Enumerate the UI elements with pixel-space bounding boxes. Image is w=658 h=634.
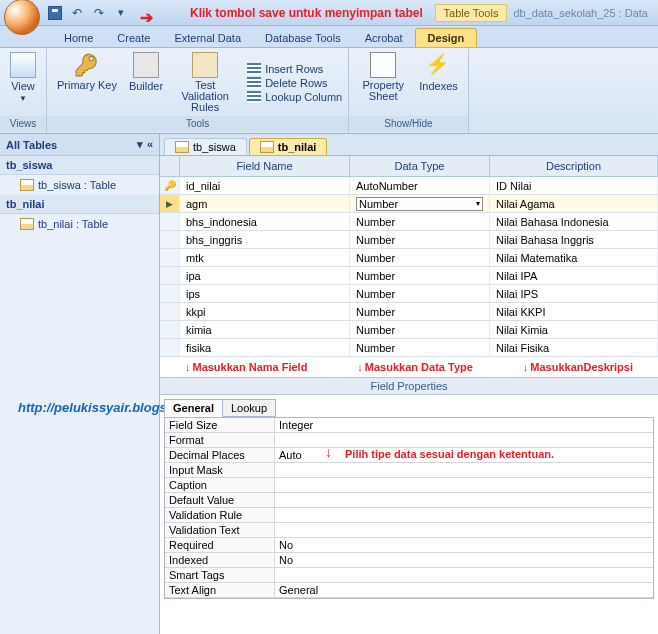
property-row[interactable]: Text AlignGeneral — [165, 583, 653, 598]
row-selector[interactable]: 🔑 — [160, 177, 180, 194]
nav-pane-header[interactable]: All Tables ▾« — [0, 134, 159, 156]
tab-create[interactable]: Create — [105, 29, 162, 47]
doctab-tb-siswa[interactable]: tb_siswa — [164, 138, 247, 155]
description-cell[interactable]: Nilai KKPI — [490, 303, 658, 320]
data-type-cell[interactable]: Number — [350, 303, 490, 320]
field-name-cell[interactable]: bhs_inggris — [180, 231, 350, 248]
insert-rows-button[interactable]: Insert Rows — [247, 63, 342, 75]
property-row[interactable]: Validation Text — [165, 523, 653, 538]
data-type-cell[interactable]: Number — [350, 267, 490, 284]
nav-item-tb-siswa[interactable]: tb_siswa : Table — [0, 175, 159, 195]
description-cell[interactable]: ID Nilai — [490, 177, 658, 194]
data-type-cell[interactable]: Number — [350, 285, 490, 302]
row-selector[interactable] — [160, 321, 180, 338]
field-name-cell[interactable]: ips — [180, 285, 350, 302]
tab-home[interactable]: Home — [52, 29, 105, 47]
property-value[interactable] — [275, 463, 653, 477]
row-selector[interactable] — [160, 213, 180, 230]
chevron-down-icon[interactable]: ▾ — [137, 138, 143, 151]
data-type-cell[interactable]: Number — [350, 321, 490, 338]
property-value[interactable]: Integer — [275, 418, 653, 432]
property-row[interactable]: Decimal PlacesAuto↓Pilih tipe data sesua… — [165, 448, 653, 463]
table-row[interactable]: ▶agmNumber▾Nilai Agama — [160, 195, 658, 213]
field-name-cell[interactable]: ipa — [180, 267, 350, 284]
row-selector[interactable] — [160, 267, 180, 284]
property-value[interactable] — [275, 568, 653, 582]
description-cell[interactable]: Nilai Agama — [490, 195, 658, 212]
office-button[interactable] — [4, 0, 40, 35]
data-type-dropdown[interactable]: Number▾ — [356, 197, 483, 211]
data-type-cell[interactable]: AutoNumber — [350, 177, 490, 194]
property-row[interactable]: IndexedNo — [165, 553, 653, 568]
description-cell[interactable]: Nilai IPA — [490, 267, 658, 284]
description-cell[interactable]: Nilai IPS — [490, 285, 658, 302]
data-type-cell[interactable]: Number — [350, 231, 490, 248]
table-row[interactable]: 🔑id_nilaiAutoNumberID Nilai — [160, 177, 658, 195]
table-row[interactable]: mtkNumberNilai Matematika — [160, 249, 658, 267]
col-description[interactable]: Description — [490, 156, 658, 176]
tab-external-data[interactable]: External Data — [162, 29, 253, 47]
tab-acrobat[interactable]: Acrobat — [353, 29, 415, 47]
row-selector[interactable] — [160, 339, 180, 356]
lookup-column-button[interactable]: Lookup Column — [247, 91, 342, 103]
qat-more[interactable]: ▾ — [112, 4, 130, 22]
property-row[interactable]: Smart Tags — [165, 568, 653, 583]
data-type-cell[interactable]: Number▾ — [350, 195, 490, 212]
col-field-name[interactable]: Field Name — [180, 156, 350, 176]
doctab-tb-nilai[interactable]: tb_nilai — [249, 138, 328, 155]
tab-database-tools[interactable]: Database Tools — [253, 29, 353, 47]
undo-button[interactable]: ↶ — [68, 4, 86, 22]
table-row[interactable]: bhs_indonesiaNumberNilai Bahasa Indonesi… — [160, 213, 658, 231]
nav-group-tb-nilai[interactable]: tb_nilai — [0, 195, 159, 214]
view-button[interactable]: View ▼ — [6, 50, 40, 105]
field-name-cell[interactable]: bhs_indonesia — [180, 213, 350, 230]
property-value[interactable] — [275, 478, 653, 492]
property-value[interactable] — [275, 493, 653, 507]
redo-button[interactable]: ↷ — [90, 4, 108, 22]
row-selector[interactable] — [160, 285, 180, 302]
col-data-type[interactable]: Data Type — [350, 156, 490, 176]
tab-lookup[interactable]: Lookup — [222, 399, 276, 417]
property-row[interactable]: Field SizeInteger — [165, 418, 653, 433]
property-value[interactable]: Auto↓Pilih tipe data sesuai dengan keten… — [275, 448, 653, 462]
property-row[interactable]: RequiredNo — [165, 538, 653, 553]
builder-button[interactable]: Builder — [125, 50, 167, 115]
property-row[interactable]: Caption — [165, 478, 653, 493]
field-name-cell[interactable]: agm — [180, 195, 350, 212]
field-name-cell[interactable]: kkpi — [180, 303, 350, 320]
field-name-cell[interactable]: id_nilai — [180, 177, 350, 194]
contextual-tab-table-tools[interactable]: Table Tools — [435, 4, 508, 22]
description-cell[interactable]: Nilai Bahasa Inggris — [490, 231, 658, 248]
save-button[interactable] — [46, 4, 64, 22]
data-type-cell[interactable]: Number — [350, 213, 490, 230]
test-validation-button[interactable]: Test Validation Rules — [171, 50, 239, 115]
nav-item-tb-nilai[interactable]: tb_nilai : Table — [0, 214, 159, 234]
collapse-pane-icon[interactable]: « — [147, 138, 153, 151]
field-name-cell[interactable]: mtk — [180, 249, 350, 266]
nav-group-tb-siswa[interactable]: tb_siswa — [0, 156, 159, 175]
delete-rows-button[interactable]: Delete Rows — [247, 77, 342, 89]
description-cell[interactable]: Nilai Matematika — [490, 249, 658, 266]
field-name-cell[interactable]: fisika — [180, 339, 350, 356]
indexes-button[interactable]: ⚡ Indexes — [415, 50, 462, 104]
property-row[interactable]: Validation Rule — [165, 508, 653, 523]
tab-design[interactable]: Design — [415, 28, 478, 47]
tab-general[interactable]: General — [164, 399, 223, 417]
property-value[interactable]: No — [275, 553, 653, 567]
row-selector[interactable] — [160, 249, 180, 266]
property-row[interactable]: Input Mask — [165, 463, 653, 478]
table-row[interactable]: ipsNumberNilai IPS — [160, 285, 658, 303]
property-value[interactable] — [275, 523, 653, 537]
row-selector[interactable] — [160, 303, 180, 320]
property-value[interactable] — [275, 508, 653, 522]
table-row[interactable]: fisikaNumberNilai Fisika — [160, 339, 658, 357]
description-cell[interactable]: Nilai Kimia — [490, 321, 658, 338]
property-value[interactable]: No — [275, 538, 653, 552]
field-name-cell[interactable]: kimia — [180, 321, 350, 338]
row-selector-header[interactable] — [160, 156, 180, 176]
data-type-cell[interactable]: Number — [350, 339, 490, 356]
data-type-cell[interactable]: Number — [350, 249, 490, 266]
table-row[interactable]: bhs_inggrisNumberNilai Bahasa Inggris — [160, 231, 658, 249]
row-selector[interactable] — [160, 231, 180, 248]
row-selector[interactable]: ▶ — [160, 195, 180, 212]
